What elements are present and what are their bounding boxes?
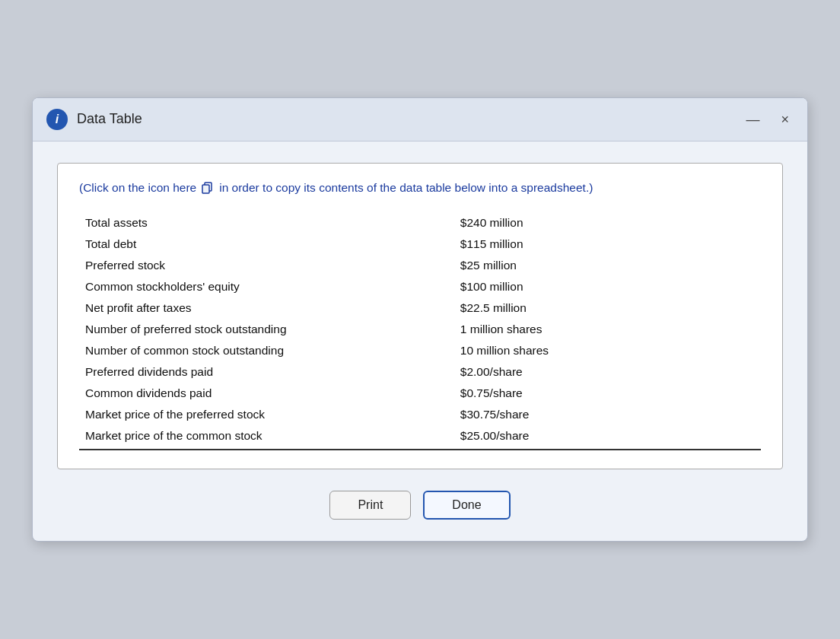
row-value: $0.75/share <box>454 383 761 404</box>
row-value: $22.5 million <box>454 297 761 319</box>
table-row: Total debt$115 million <box>79 234 761 255</box>
instruction-after: in order to copy its contents of the dat… <box>219 179 593 196</box>
table-row: Total assets$240 million <box>79 210 761 234</box>
table-row: Number of preferred stock outstanding1 m… <box>79 319 761 340</box>
row-label: Common stockholders' equity <box>79 276 454 297</box>
window-body: (Click on the icon here in order to copy… <box>33 141 807 541</box>
row-label: Total debt <box>79 234 454 255</box>
svg-rect-1 <box>202 185 209 193</box>
table-row: Market price of the preferred stock$30.7… <box>79 404 761 425</box>
row-value: $100 million <box>454 276 761 297</box>
row-label: Market price of the preferred stock <box>79 404 454 425</box>
row-value: $25.00/share <box>454 425 761 450</box>
table-row: Common dividends paid$0.75/share <box>79 383 761 404</box>
copy-icon[interactable] <box>202 182 214 194</box>
data-table: Total assets$240 millionTotal debt$115 m… <box>79 210 761 450</box>
window-title: Data Table <box>77 111 741 127</box>
info-icon: i <box>46 109 68 130</box>
instruction-before: (Click on the icon here <box>79 179 196 196</box>
table-row: Common stockholders' equity$100 million <box>79 276 761 297</box>
minimize-button[interactable]: — <box>741 111 764 128</box>
row-label: Common dividends paid <box>79 383 454 404</box>
row-value: 10 million shares <box>454 340 761 361</box>
row-label: Number of common stock outstanding <box>79 340 454 361</box>
window-controls: — × <box>741 111 794 128</box>
row-label: Preferred stock <box>79 255 454 276</box>
content-box: (Click on the icon here in order to copy… <box>57 163 783 469</box>
title-bar: i Data Table — × <box>33 98 807 141</box>
table-row: Net profit after taxes$22.5 million <box>79 297 761 319</box>
row-value: $115 million <box>454 234 761 255</box>
row-value: $2.00/share <box>454 361 761 383</box>
row-label: Net profit after taxes <box>79 297 454 319</box>
row-label: Market price of the common stock <box>79 425 454 450</box>
done-button[interactable]: Done <box>423 491 510 520</box>
row-label: Preferred dividends paid <box>79 361 454 383</box>
instruction-text: (Click on the icon here in order to copy… <box>79 179 761 196</box>
table-row: Preferred stock$25 million <box>79 255 761 276</box>
row-value: $30.75/share <box>454 404 761 425</box>
close-button[interactable]: × <box>776 111 794 128</box>
table-row: Market price of the common stock$25.00/s… <box>79 425 761 450</box>
table-row: Preferred dividends paid$2.00/share <box>79 361 761 383</box>
row-label: Number of preferred stock outstanding <box>79 319 454 340</box>
row-value: $240 million <box>454 210 761 234</box>
row-value: 1 million shares <box>454 319 761 340</box>
print-button[interactable]: Print <box>329 491 411 520</box>
table-row: Number of common stock outstanding10 mil… <box>79 340 761 361</box>
button-row: Print Done <box>57 491 783 520</box>
row-label: Total assets <box>79 210 454 234</box>
dialog-window: i Data Table — × (Click on the icon here… <box>32 97 808 542</box>
row-value: $25 million <box>454 255 761 276</box>
